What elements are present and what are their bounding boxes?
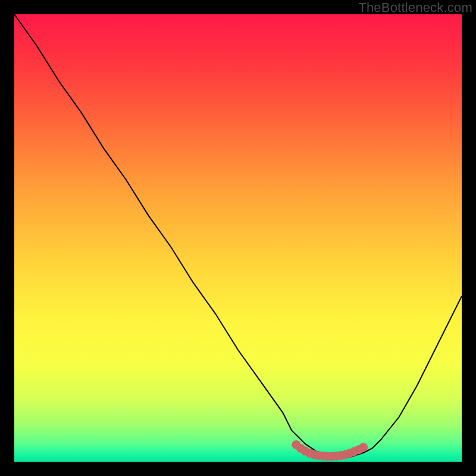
bottleneck-chart (0, 0, 476, 476)
chart-container: TheBottleneck.com (0, 0, 476, 476)
optimal-marker (359, 443, 368, 452)
plot-background (14, 14, 462, 462)
watermark-text: TheBottleneck.com (358, 0, 472, 15)
